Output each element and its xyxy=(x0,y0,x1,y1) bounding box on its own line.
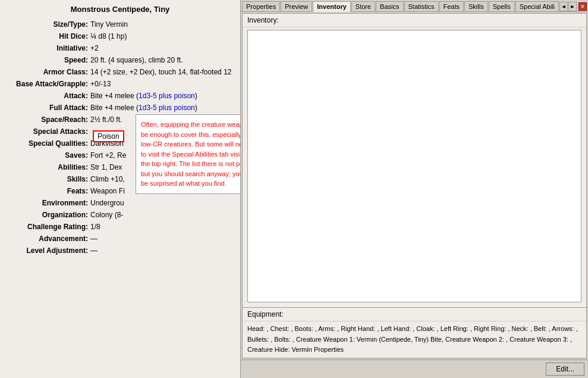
stat-row: Speed:20 ft. (4 squares), climb 20 ft. xyxy=(6,54,234,66)
stat-row: Organization:Colony (8- xyxy=(6,209,234,221)
stat-value: 1/8 xyxy=(89,221,234,233)
stat-row: Advancement:— xyxy=(6,233,234,245)
stat-label: Saves: xyxy=(6,149,89,161)
poison-text: Poison xyxy=(98,132,120,140)
tab-store[interactable]: Store xyxy=(351,1,375,11)
stat-value: 20 ft. (4 squares), climb 20 ft. xyxy=(89,54,234,66)
tab-bar: PropertiesPreviewInventoryStoreBasicsSta… xyxy=(241,0,588,12)
stat-label: Organization: xyxy=(6,209,89,221)
tab-skills[interactable]: Skills xyxy=(464,1,488,11)
edit-button[interactable]: Edit... xyxy=(546,363,584,376)
stat-label: Advancement: xyxy=(6,233,89,245)
stat-value: Bite +4 melee (1d3-5 plus poison) xyxy=(89,90,234,102)
stat-row: Challenge Rating:1/8 xyxy=(6,221,234,233)
inventory-text-area[interactable] xyxy=(247,30,581,302)
stat-row: Attack:Bite +4 melee (1d3-5 plus poison) xyxy=(6,90,234,102)
inventory-label: Inventory: xyxy=(243,14,586,27)
stat-value: Tiny Vermin xyxy=(89,18,234,30)
stat-label: Level Adjustment: xyxy=(6,245,89,257)
stat-label: Special Attacks: xyxy=(6,126,89,138)
stat-label: Size/Type: xyxy=(6,18,89,30)
tab-prev-button[interactable]: ◄ xyxy=(559,2,568,11)
stat-row: Hit Dice:¼ d8 (1 hp) xyxy=(6,30,234,42)
stat-label: Skills: xyxy=(6,173,89,185)
equipment-label: Equipment: xyxy=(243,308,586,321)
stat-value: ¼ d8 (1 hp) xyxy=(89,30,234,42)
stat-row: Armor Class:14 (+2 size, +2 Dex), touch … xyxy=(6,66,234,78)
left-panel: Monstrous Centipede, Tiny Size/Type:Tiny… xyxy=(0,0,241,378)
stat-value: — xyxy=(89,245,234,257)
stat-value: Undergrou xyxy=(89,197,234,209)
stat-label: Speed: xyxy=(6,54,89,66)
stat-label: Space/Reach: xyxy=(6,114,89,126)
tab-close-button[interactable]: ✕ xyxy=(578,2,587,11)
bottom-bar: Edit... xyxy=(241,360,588,378)
stat-row: Initiative:+2 xyxy=(6,42,234,54)
tooltip-box: Often, equipping the creature weapon wil… xyxy=(136,114,241,194)
stat-label: Full Attack: xyxy=(6,102,89,114)
stat-label: Feats: xyxy=(6,185,89,197)
stat-label: Special Qualities: xyxy=(6,138,89,149)
tab-inventory[interactable]: Inventory xyxy=(313,1,351,12)
tab-preview[interactable]: Preview xyxy=(281,1,312,11)
stat-label: Attack: xyxy=(6,90,89,102)
creature-title: Monstrous Centipede, Tiny xyxy=(6,5,234,14)
stat-value: +2 xyxy=(89,42,234,54)
stat-value: — xyxy=(89,233,234,245)
tab-special-abili[interactable]: Special Abili xyxy=(515,1,559,11)
stat-label: Environment: xyxy=(6,197,89,209)
tab-spells[interactable]: Spells xyxy=(489,1,515,11)
right-content: Inventory: Equipment: Head: , Chest: , B… xyxy=(242,13,587,358)
stat-row: Level Adjustment:— xyxy=(6,245,234,257)
stat-value: +0/-13 xyxy=(89,78,234,90)
equipment-section: Equipment: Head: , Chest: , Boots: , Arm… xyxy=(243,307,586,358)
tab-next-button[interactable]: ► xyxy=(568,2,577,11)
stat-row: Base Attack/Grapple:+0/-13 xyxy=(6,78,234,90)
poison-highlight: Poison xyxy=(93,130,124,142)
stat-label: Abilities: xyxy=(6,161,89,173)
stat-label: Hit Dice: xyxy=(6,30,89,42)
stat-value: Bite +4 melee (1d3-5 plus poison) xyxy=(89,102,234,114)
stat-value: 14 (+2 size, +2 Dex), touch 14, flat-foo… xyxy=(89,66,234,78)
stat-label: Initiative: xyxy=(6,42,89,54)
stat-row: Full Attack:Bite +4 melee (1d3-5 plus po… xyxy=(6,102,234,114)
stat-value: Colony (8- xyxy=(89,209,234,221)
tab-basics[interactable]: Basics xyxy=(376,1,403,11)
stat-row: Size/Type:Tiny Vermin xyxy=(6,18,234,30)
equipment-text: Head: , Chest: , Boots: , Arms: , Right … xyxy=(243,321,586,358)
tooltip-text: Often, equipping the creature weapon wil… xyxy=(141,121,241,187)
tab-feats[interactable]: Feats xyxy=(439,1,464,11)
tab-properties[interactable]: Properties xyxy=(242,1,280,11)
stat-label: Armor Class: xyxy=(6,66,89,78)
stat-label: Challenge Rating: xyxy=(6,221,89,233)
tab-statistics[interactable]: Statistics xyxy=(404,1,439,11)
stat-row: Environment:Undergrou xyxy=(6,197,234,209)
right-panel: PropertiesPreviewInventoryStoreBasicsSta… xyxy=(241,0,588,378)
stat-label: Base Attack/Grapple: xyxy=(6,78,89,90)
